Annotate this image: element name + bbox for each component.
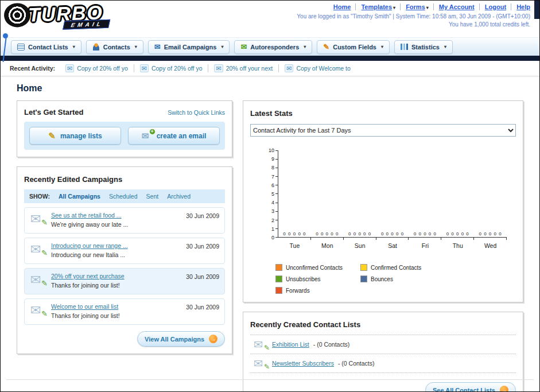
campaign-subtitle: Thanks for joining our list! [51, 282, 182, 289]
x-axis-category-label: Tue [278, 242, 311, 249]
chart-group: 0 0 0 0 0Wed [474, 150, 507, 237]
arrow-right-icon: → [500, 386, 508, 392]
top-nav-logout[interactable]: Logout [479, 3, 506, 10]
y-axis-tick-label: 3 [271, 209, 278, 214]
tab-statistics[interactable]: Statistics ▾ [394, 40, 453, 54]
filter-sent[interactable]: Sent [146, 193, 159, 200]
y-axis-tick-label: 4 [271, 200, 278, 205]
arrow-right-icon: → [209, 335, 217, 343]
chart-legend: Unconfirmed Contacts Confirmed Contacts … [275, 264, 516, 294]
stats-range-select[interactable]: Contact Activity for the Last 7 Days [250, 124, 516, 137]
footer-divider [6, 379, 534, 380]
legend-label: Unsubscribes [286, 276, 321, 282]
tab-email-campaigns-label: Email Campaigns [164, 44, 217, 51]
recent-activity-link[interactable]: Copy of 20% off yo [77, 65, 128, 72]
campaign-filter-bar: SHOW: All Campaigns Scheduled Sent Archi… [24, 189, 225, 203]
create-email-button[interactable]: ✉ + create an email [128, 127, 220, 145]
recent-activity-item: ✉ Copy of 20% off yo [134, 64, 209, 72]
envelope-icon: ✉ [30, 212, 41, 226]
recent-activity-link[interactable]: Copy of Welcome to [296, 65, 350, 72]
campaign-subtitle: Thanks for joining our list! [51, 312, 182, 319]
y-axis-tick-label: 10 [269, 148, 278, 153]
tab-custom-fields-label: Custom Fields [333, 44, 376, 51]
legend-swatch [275, 264, 282, 271]
envelope-pencil-icon: ✉ ✎ [30, 244, 45, 255]
chart-plot-groups: 0 0 0 0 0Tue0 0 0 0 0Mon0 0 0 0 0Sun0 0 … [278, 150, 507, 238]
see-all-contact-lists-button[interactable]: See All Contact Lists → [425, 382, 516, 392]
pencil-icon: ✎ [323, 43, 329, 51]
manage-lists-button[interactable]: ✎ manage lists [29, 127, 121, 145]
envelope-pencil-icon: ✉ ✎ [30, 305, 45, 316]
recent-activity-link[interactable]: 20% off your next [226, 65, 273, 72]
recent-activity-item: ✉ Copy of Welcome to [279, 64, 356, 72]
show-label: SHOW: [29, 193, 50, 200]
top-nav-forms-label: Forms [406, 3, 425, 10]
legend-item: Unsubscribes [275, 275, 360, 282]
corner-decoration [534, 1, 539, 19]
top-nav-forms[interactable]: Forms▾ [400, 3, 429, 10]
get-started-body: ✎ manage lists ✉ + create an email [24, 122, 225, 150]
tab-autoresponders[interactable]: ✉ Autoresponders ▾ [234, 40, 312, 54]
chart-zero-values: 0 0 0 0 0 [409, 231, 441, 236]
chevron-down-icon: ▾ [393, 5, 395, 10]
switch-quick-links-link[interactable]: Switch to Quick Links [168, 109, 225, 116]
legend-swatch [275, 275, 282, 282]
chevron-down-icon: ▾ [444, 44, 446, 49]
y-axis-tick-label: 7 [271, 174, 278, 179]
app-window: TURBO EMAIL Home Templates▾ Forms▾ My Ac… [0, 0, 540, 392]
recent-activity-item: ✉ Copy of 20% off yo [60, 64, 134, 72]
top-nav-templates[interactable]: Templates▾ [355, 3, 395, 10]
y-axis-tick-label: 9 [271, 157, 278, 161]
campaign-title-link[interactable]: Introducing our new range ... [51, 242, 182, 249]
top-nav-help[interactable]: Help [511, 3, 530, 10]
top-nav-home[interactable]: Home [333, 3, 351, 10]
campaign-title-link[interactable]: 20% off your next purchase [51, 273, 182, 280]
header: TURBO EMAIL Home Templates▾ Forms▾ My Ac… [1, 1, 539, 37]
recent-activity-link[interactable]: Copy of 20% off yo [151, 65, 203, 72]
chart-group: 0 0 0 0 0Tue [278, 150, 311, 237]
top-nav-my-account[interactable]: My Account [433, 3, 475, 10]
view-all-campaigns-label: View All Campaigns [145, 336, 204, 343]
filter-all-campaigns[interactable]: All Campaigns [59, 193, 100, 200]
latest-stats-title: Latest Stats [250, 109, 293, 118]
app-logo: TURBO EMAIL [3, 0, 109, 28]
get-started-panel: Let's Get Started Switch to Quick Links … [17, 100, 232, 157]
y-axis-tick-label: 0 [271, 235, 278, 240]
tab-contacts[interactable]: Contacts ▾ [86, 40, 143, 54]
view-all-campaigns-button[interactable]: View All Campaigns → [137, 331, 225, 347]
envelope-plus-icon: ✉ + [142, 131, 152, 140]
pencil-icon: ✎ [264, 344, 270, 352]
main-content: Home Let's Get Started Switch to Quick L… [1, 76, 539, 392]
chart-group: 0 0 0 0 0Thu [441, 150, 474, 237]
pencil-icon: ✎ [264, 363, 270, 371]
chevron-down-icon: ▾ [381, 44, 383, 49]
tab-email-campaigns[interactable]: ✉ Email Campaigns ▾ [148, 40, 230, 54]
pencil-icon: ✎ [41, 218, 48, 227]
chevron-down-icon: ▾ [73, 44, 75, 49]
tab-contact-lists[interactable]: Contact Lists ▾ [11, 40, 81, 54]
recent-campaigns-title: Recently Edited Campaigns [24, 175, 122, 184]
filter-scheduled[interactable]: Scheduled [109, 193, 138, 200]
y-axis-tick-label: 1 [271, 227, 278, 231]
y-axis-tick-label: 6 [271, 183, 278, 188]
contact-list-count: - (0 Contacts) [338, 360, 375, 367]
legend-item: Bounces [360, 275, 445, 282]
contact-list-item: ✉ ✎ Exhibition List - (0 Contacts) [250, 335, 516, 354]
envelope-icon: ✉ [254, 339, 263, 351]
campaign-title-link[interactable]: Welcome to our email list [51, 303, 182, 310]
campaign-row: ✉ ✎ Introducing our new range ... Introd… [24, 238, 225, 264]
campaign-date: 30 Jun 2009 [186, 304, 219, 311]
tab-custom-fields[interactable]: ✎ Custom Fields ▾ [317, 40, 390, 54]
filter-archived[interactable]: Archived [167, 193, 191, 200]
login-info: You are logged in as "Timothy Smith" | S… [297, 13, 530, 20]
envelope-icon: ✉ [142, 131, 149, 141]
campaign-title-link[interactable]: See us at the retail food ... [51, 212, 182, 219]
page-title: Home [17, 83, 523, 94]
pencil-icon: ✎ [41, 279, 48, 288]
contact-list-link[interactable]: Exhibition List [272, 341, 309, 348]
envelope-pencil-icon: ✉ ✎ [254, 340, 267, 350]
chart-zero-values: 0 0 0 0 0 [376, 231, 409, 236]
contact-list-link[interactable]: Newsletter Subscribers [272, 360, 334, 367]
chart-group: 0 0 0 0 0Fri [409, 150, 441, 237]
get-started-title: Let's Get Started [24, 108, 84, 117]
